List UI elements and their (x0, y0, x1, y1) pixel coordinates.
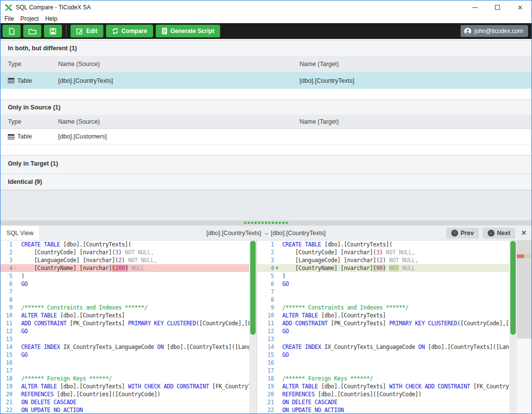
menu-bar: File Project Help (0, 14, 532, 23)
code-line-20: 20REFERENCES [dbo].[Countries]([CountryC… (0, 390, 249, 398)
code-line-12: 12GO (257, 327, 509, 335)
table-row-customers[interactable]: Table [dbo].[Customers] (0, 129, 532, 144)
section-header-identical[interactable]: Identical (9) (0, 173, 532, 190)
code-line-6: 6GO (0, 280, 249, 288)
table-icon (8, 134, 14, 139)
source-scrollbar[interactable] (249, 241, 257, 414)
sql-source-pane[interactable]: 1CREATE TABLE [dbo].[CountryTexts](2 [Co… (0, 241, 249, 414)
section-header-only-in-target[interactable]: Only in Target (1) (0, 155, 532, 172)
save-project-button[interactable] (44, 25, 62, 37)
column-header-type[interactable]: Type (0, 61, 58, 68)
code-line-17: 17 (0, 367, 249, 375)
generate-script-button[interactable]: Generate Script (156, 25, 220, 37)
column-header-name-source[interactable]: Name (Source) (58, 118, 299, 125)
window-title: SQL Compare - TiCodeX SA (16, 4, 91, 11)
code-line-14: 14CREATE INDEX IX_CountryTexts_LanguageC… (0, 343, 249, 351)
section-title: Only in Target (1) (8, 160, 58, 167)
code-line-16: 16 (0, 359, 249, 367)
compare-button[interactable]: Compare (106, 25, 153, 37)
target-scrollbar[interactable] (509, 241, 517, 414)
minimize-button[interactable] (464, 0, 486, 14)
toolbar-separator (66, 25, 66, 37)
new-project-button[interactable] (2, 25, 21, 37)
code-line-18: 18/****** Foreign Keys ******/ (257, 375, 509, 382)
next-diff-button[interactable]: ↓ Next (483, 228, 515, 239)
diff-overview-ruler[interactable] (517, 241, 532, 414)
user-email-label: john@ticodex.com (474, 28, 523, 34)
splitter-drag-handle[interactable] (0, 220, 532, 225)
column-header-name-target[interactable]: Name (Target) (299, 61, 532, 68)
code-line-9: 9/****** Constraints and Indexes ******/ (257, 304, 509, 311)
code-line-11: 11ADD CONSTRAINT [PK_CountryTexts] PRIMA… (257, 319, 509, 327)
section-title: In both, but different (1) (8, 45, 77, 52)
code-line-3: 3 [LanguageCode] [nvarchar](2) NOT NULL, (257, 256, 509, 264)
edit-button[interactable]: Edit (70, 25, 103, 37)
menu-file[interactable]: File (4, 15, 14, 22)
column-header-type[interactable]: Type (0, 118, 58, 125)
title-bar: SQL Compare - TiCodeX SA ✕ (0, 0, 532, 14)
column-header-row: Type Name (Source) Name (Target) (0, 115, 532, 129)
section-header-only-in-source[interactable]: Only in Source (1) (0, 100, 532, 115)
code-line-22: 22ON UPDATE NO ACTION (0, 406, 249, 414)
menu-project[interactable]: Project (20, 15, 38, 22)
code-line-1: 1CREATE TABLE [dbo].[CountryTexts]( (257, 241, 509, 248)
maximize-icon (495, 5, 500, 10)
source-scrollbar-thumb[interactable] (250, 241, 256, 335)
code-line-19: 19ALTER TABLE [dbo].[CountryTexts] WITH … (257, 382, 509, 390)
code-line-8: 8 (0, 296, 249, 304)
menu-help[interactable]: Help (45, 15, 58, 22)
sql-target-pane[interactable]: 1CREATE TABLE [dbo].[CountryTexts](2 [Co… (257, 241, 509, 414)
code-line-13: 13 (0, 335, 249, 343)
code-line-5: 5) (257, 272, 509, 280)
row-target-name: [dbo].[CountryTexts] (299, 77, 532, 84)
code-line-15: 15GO (0, 351, 249, 359)
open-project-button[interactable] (23, 25, 41, 37)
sql-diff-area: 1CREATE TABLE [dbo].[CountryTexts](2 [Co… (0, 240, 532, 414)
code-line-22: 22ON UPDATE NO ACTION (257, 406, 509, 414)
code-line-11: 11ADD CONSTRAINT [PK_CountryTexts] PRIMA… (0, 319, 249, 327)
toolbar: Edit Compare Generate Script john@ticode… (0, 23, 532, 39)
code-line-7: 7 (257, 288, 509, 296)
prev-diff-button[interactable]: ↑ Prev (446, 228, 479, 239)
code-line-8: 8 (257, 296, 509, 304)
maximize-button[interactable] (486, 0, 509, 14)
added-diff-mark[interactable] (524, 254, 531, 258)
section-title: Only in Source (1) (8, 104, 61, 111)
user-account-badge[interactable]: john@ticodex.com (461, 25, 528, 37)
tab-sql-view[interactable]: SQL View (0, 226, 40, 240)
code-line-20: 20REFERENCES [dbo].[Countries]([CountryC… (257, 390, 509, 398)
removed-diff-mark[interactable] (517, 254, 524, 258)
code-line-14: 14CREATE INDEX IX_CountryTexts_LanguageC… (257, 343, 509, 351)
section-header-in-both-different[interactable]: In both, but different (1) (0, 40, 532, 56)
window-controls: ✕ (464, 0, 532, 14)
next-button-label: Next (497, 230, 510, 237)
column-header-name-source[interactable]: Name (Source) (58, 61, 299, 68)
new-document-icon (9, 28, 15, 35)
compare-sync-icon (112, 28, 119, 34)
sql-view-tab-label: SQL View (6, 230, 33, 237)
compare-button-label: Compare (122, 28, 147, 34)
user-icon (464, 28, 471, 35)
code-line-6: 6GO (257, 280, 509, 288)
table-icon (8, 78, 14, 83)
arrow-down-circle-icon: ↓ (488, 230, 495, 237)
code-line-2: 2 [CountryCode] [nvarchar](3) NOT NULL, (0, 248, 249, 256)
code-line-17: 17 (257, 367, 509, 375)
code-line-1: 1CREATE TABLE [dbo].[CountryTexts]( (0, 241, 249, 248)
minimize-icon (472, 7, 478, 8)
target-scrollbar-thumb[interactable] (510, 241, 516, 335)
comparison-results-area: In both, but different (1) Type Name (So… (0, 39, 532, 220)
column-header-name-target[interactable]: Name (Target) (299, 118, 532, 125)
save-icon (50, 28, 56, 34)
table-row-countrytexts[interactable]: Table [dbo].[CountryTexts] [dbo].[Countr… (0, 72, 532, 89)
code-line-4: 4- [CountryName] [nvarchar](200) NULL (0, 264, 249, 272)
code-line-21: 21ON DELETE CASCADE (257, 398, 509, 406)
open-folder-icon (29, 28, 36, 34)
app-window: SQL Compare - TiCodeX SA ✕ File Project … (0, 0, 532, 414)
close-window-button[interactable]: ✕ (509, 0, 532, 14)
code-line-4: 4+ [CountryName] [nvarchar](90) NOT NULL (257, 264, 509, 272)
code-line-3: 3 [LanguageCode] [nvarchar](2) NOT NULL, (0, 256, 249, 264)
code-line-7: 7 (0, 288, 249, 296)
close-sql-view-button[interactable]: ✕ (521, 229, 527, 237)
code-line-19: 19ALTER TABLE [dbo].[CountryTexts] WITH … (0, 382, 249, 390)
